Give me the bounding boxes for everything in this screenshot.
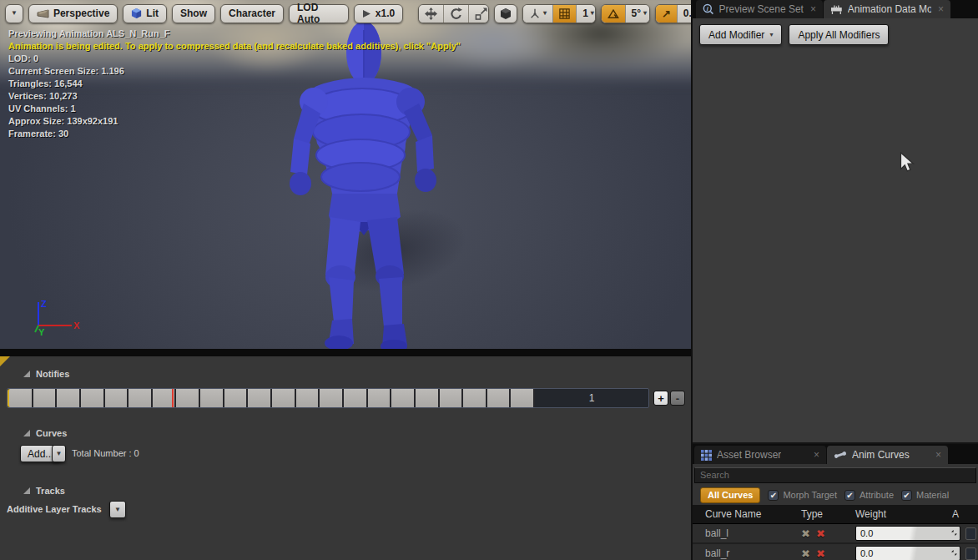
coordinate-space-button[interactable] [494, 4, 517, 23]
translate-tool-button[interactable] [419, 5, 444, 23]
material-type-off-icon[interactable]: ✖ [816, 527, 825, 540]
checkbox-checked-icon[interactable]: ✔ [901, 490, 912, 501]
scale-snap-value-button[interactable]: 0.25 ▾ [678, 5, 691, 23]
lit-cube-icon [131, 8, 142, 19]
rotate-tool-button[interactable] [444, 5, 469, 23]
character-button[interactable]: Character [220, 4, 284, 23]
playback-speed-button[interactable]: x1.0 [354, 4, 403, 23]
checkbox-checked-icon[interactable]: ✔ [844, 490, 855, 501]
lit-button[interactable]: Lit [123, 4, 167, 23]
notify-segment[interactable] [463, 389, 487, 407]
axis-y-label: Y [38, 327, 45, 337]
close-icon[interactable]: × [810, 3, 816, 15]
stat-triangles: Triangles: 16,544 [8, 78, 461, 90]
morph-target-filter[interactable]: ✔ Morph Target [768, 490, 837, 501]
weight-spinbox[interactable]: 0.0 [855, 546, 960, 560]
notify-segment[interactable] [440, 389, 464, 407]
material-label: Material [916, 490, 949, 500]
notifies-title: Notifies [36, 369, 69, 379]
axis-gizmo: Z X Y [27, 297, 82, 337]
playhead-marker[interactable] [172, 389, 174, 407]
notify-segment[interactable] [129, 389, 153, 407]
attribute-filter[interactable]: ✔ Attribute [844, 490, 894, 501]
notify-segment[interactable] [320, 389, 344, 407]
attribute-label: Attribute [860, 490, 894, 500]
add-modifier-button[interactable]: Add Modifier ▾ [699, 24, 782, 45]
preview-viewport[interactable]: Previewing Animation ALS_N_Run_F Animati… [0, 0, 691, 349]
notify-segment[interactable] [416, 389, 440, 407]
grid-snap-toggle[interactable] [553, 5, 577, 23]
speed-label: x1.0 [376, 8, 395, 19]
col-type[interactable]: Type [801, 508, 855, 520]
rotation-snap-value-button[interactable]: 5° ▾ [626, 5, 650, 23]
notify-segment[interactable] [511, 389, 535, 407]
material-type-off-icon[interactable]: ✖ [816, 547, 825, 560]
all-curves-filter-button[interactable]: All Curves [700, 487, 760, 503]
remove-notify-track-button[interactable]: - [670, 391, 685, 406]
notify-segment[interactable] [81, 389, 105, 407]
additive-layer-tracks-dropdown[interactable]: ▼ [109, 501, 126, 518]
auto-checkbox[interactable] [965, 547, 976, 560]
notify-track-segments[interactable] [8, 389, 535, 407]
close-icon[interactable]: × [814, 449, 819, 461]
rotation-snap-toggle[interactable] [602, 5, 626, 23]
checkbox-checked-icon[interactable]: ✔ [768, 490, 779, 501]
notify-segment[interactable] [200, 389, 224, 407]
scale-snap-toggle[interactable]: ↗ [656, 5, 678, 23]
lod-auto-button[interactable]: LOD Auto [289, 4, 349, 23]
viewport-toolbar: ▼ Perspective Lit Show Character LOD Aut… [5, 3, 691, 23]
notify-segment[interactable] [8, 389, 33, 407]
add-modifier-label: Add Modifier [708, 29, 764, 41]
viewport-options-button[interactable]: ▼ [5, 4, 23, 23]
grid-size-button[interactable]: 1 ▾ [577, 5, 595, 23]
material-filter[interactable]: ✔ Material [901, 490, 949, 501]
add-curve-dropdown-button[interactable]: ▼ [52, 445, 66, 462]
col-curve-name[interactable]: Curve Name [693, 508, 801, 520]
tab-preview-scene-settings[interactable]: i Preview Scene Sett × [696, 0, 823, 18]
edit-warning-text[interactable]: Animation is being edited. To apply to c… [8, 40, 461, 53]
right-dock: i Preview Scene Sett × Animation Data Mo… [693, 0, 978, 560]
snap-widget-button[interactable]: ▾ [523, 5, 553, 23]
perspective-button[interactable]: Perspective [28, 4, 118, 23]
notify-segment[interactable] [296, 389, 320, 407]
notify-segment[interactable] [272, 389, 296, 407]
notify-segment[interactable] [33, 389, 58, 407]
rotation-snap-value: 5° [632, 8, 641, 19]
morph-type-off-icon[interactable]: ✖ [801, 547, 810, 560]
tab-animation-data-modifiers[interactable]: Animation Data Mo × [824, 0, 950, 18]
tab-anim-curves[interactable]: Anim Curves × [827, 446, 948, 464]
close-icon[interactable]: × [935, 449, 941, 461]
col-weight[interactable]: Weight [855, 508, 952, 520]
tracks-title: Tracks [36, 486, 65, 496]
notify-segment[interactable] [105, 389, 129, 407]
notify-segment[interactable] [391, 389, 416, 407]
show-button[interactable]: Show [172, 4, 215, 23]
curve-row-ball-r[interactable]: ball_r ✖ ✖ 0.0 [693, 544, 978, 560]
curve-search-input[interactable] [694, 467, 976, 483]
add-notify-track-button[interactable]: + [653, 391, 668, 406]
curves-section-header[interactable]: Curves [23, 428, 67, 438]
tab-asset-browser[interactable]: Asset Browser × [694, 446, 826, 464]
weight-spinbox[interactable]: 0.0 [855, 526, 960, 541]
chevron-down-icon: ▾ [643, 10, 647, 17]
angle-snap-icon [607, 8, 619, 19]
scale-tool-button[interactable] [469, 5, 489, 23]
notify-segment[interactable] [176, 389, 200, 407]
close-icon[interactable]: × [938, 3, 944, 15]
apply-all-modifiers-button[interactable]: Apply All Modifiers [789, 24, 889, 45]
notify-segment[interactable] [248, 389, 272, 407]
mouse-cursor [900, 152, 915, 174]
notify-segment[interactable] [368, 389, 392, 407]
auto-checkbox[interactable] [965, 527, 976, 540]
curve-row-ball-l[interactable]: ball_l ✖ ✖ 0.0 [693, 524, 978, 544]
morph-type-off-icon[interactable]: ✖ [801, 527, 810, 540]
stat-lod: LOD: 0 [8, 53, 461, 65]
tracks-section-header[interactable]: Tracks [23, 486, 65, 496]
col-auto[interactable]: A [952, 508, 969, 520]
notifies-section-header[interactable]: Notifies [23, 369, 69, 379]
scale-snap-icon: ↗ [662, 8, 671, 20]
notify-segment[interactable] [344, 389, 368, 407]
notify-segment[interactable] [224, 389, 249, 407]
notify-segment[interactable] [487, 389, 512, 407]
notify-segment[interactable] [57, 389, 81, 407]
